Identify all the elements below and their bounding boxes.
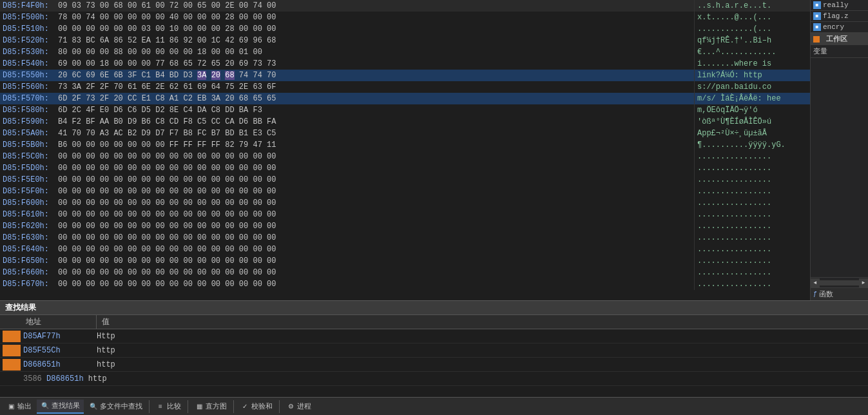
find-color-indicator: [3, 345, 21, 356]
hex-row[interactable]: D85:F630h:00 00 00 00 00 00 00 00 00 00 …: [0, 232, 810, 244]
hex-row[interactable]: D85:F520h:71 83 BC 6A 86 52 EA 11 86 92 …: [0, 35, 810, 46]
toolbar-multi-find-btn[interactable]: 🔍 多文件中查找: [85, 400, 146, 414]
right-panel-spacer: [811, 58, 868, 277]
hex-ascii: App£¬²Ù×÷¸üµ±ãÅ: [694, 128, 810, 139]
hex-addr: D85:F550h:: [0, 70, 58, 81]
hex-bytes: 69 00 00 18 00 00 00 77 68 65 72 65 20 6…: [58, 58, 694, 70]
hex-row[interactable]: D85:F510h:00 00 00 00 00 00 03 00 10 00 …: [0, 23, 810, 35]
toolbar-find-btn[interactable]: 🔍 查找结果: [37, 400, 84, 414]
multi-find-icon: 🔍: [89, 402, 98, 411]
hex-bytes: 00 00 00 00 00 00 00 00 00 00 00 00 00 0…: [58, 174, 694, 186]
checksum-icon: ✓: [240, 402, 249, 411]
hex-addr: D85:F5F0h:: [0, 186, 58, 197]
toolbar-histogram-btn[interactable]: ▦ 直方图: [191, 400, 231, 414]
hex-row[interactable]: D85:F5E0h:00 00 00 00 00 00 00 00 00 00 …: [0, 174, 810, 186]
hex-addr: D85:F580h:: [0, 104, 58, 116]
workspace-icon: [813, 36, 820, 43]
scroll-right-arrow[interactable]: ►: [859, 278, 868, 287]
hex-addr: D85:F560h:: [0, 81, 58, 93]
hex-bytes: 00 00 00 00 00 00 03 00 10 00 00 00 28 0…: [58, 23, 694, 35]
find-row-val: Http: [94, 329, 115, 343]
hex-row[interactable]: D85:F500h:78 00 74 00 00 00 00 00 40 00 …: [0, 12, 810, 23]
hex-ascii: ..s.h.a.r.e...t.: [694, 0, 810, 12]
hex-row[interactable]: D85:F650h:00 00 00 00 00 00 00 00 00 00 …: [0, 255, 810, 267]
hex-ascii: ................: [694, 151, 810, 162]
toolbar-output-btn[interactable]: ▣ 输出: [3, 400, 35, 414]
hex-bytes: B6 00 00 00 00 00 00 00 FF FF FF FF 82 7…: [58, 139, 694, 151]
hex-row[interactable]: D85:F580h:6D 2C 4F E0 D6 C6 D5 D2 8E C4 …: [0, 104, 810, 116]
hex-addr: D85:F590h:: [0, 116, 58, 128]
hex-row[interactable]: D85:F5A0h:41 70 70 A3 AC B2 D9 D7 F7 B8 …: [0, 128, 810, 139]
right-panel-variables[interactable]: 变量: [811, 45, 868, 58]
toolbar-checksum-btn[interactable]: ✓ 校验和: [236, 400, 276, 414]
scroll-left-arrow[interactable]: ◄: [811, 278, 820, 287]
hex-row[interactable]: D85:F550h:20 6C 69 6E 6B 3F C1 B4 BD D3 …: [0, 70, 810, 81]
find-count-addr: D868651h: [46, 372, 84, 386]
hex-ascii: qf¼j†RÊ.†'..Bi–h: [694, 35, 810, 46]
hex-bytes: 00 00 00 00 00 00 00 00 00 00 00 00 00 0…: [58, 255, 694, 267]
col-addr-header: 地址: [0, 315, 97, 329]
hscroll-track: [820, 280, 859, 285]
hex-addr: D85:F510h:: [0, 23, 58, 35]
hex-row[interactable]: D85:F610h:00 00 00 00 00 00 00 00 00 00 …: [0, 209, 810, 220]
right-panel-flagz[interactable]: ■ flag.z: [811, 11, 868, 22]
find-count-val: http: [88, 372, 107, 386]
hex-bytes: 78 00 74 00 00 00 00 00 40 00 00 00 28 0…: [58, 12, 694, 23]
right-panel-functions[interactable]: ƒ 函数: [811, 287, 868, 300]
toolbar-compare-btn[interactable]: ≡ 比较: [152, 400, 185, 414]
find-row-val: http: [94, 358, 115, 372]
hex-bytes: 00 00 00 00 00 00 00 00 00 00 00 00 00 0…: [58, 220, 694, 232]
find-result-row[interactable]: D85AF77hHttp: [0, 329, 868, 343]
find-color-indicator: [3, 359, 21, 371]
hex-row[interactable]: D85:F5F0h:00 00 00 00 00 00 00 00 00 00 …: [0, 186, 810, 197]
top-section: D85:F4F0h:09 03 73 00 68 00 61 00 72 00 …: [0, 0, 868, 300]
hex-bytes: 00 00 00 00 00 00 00 00 00 00 00 00 00 0…: [58, 151, 694, 162]
hex-area: D85:F4F0h:09 03 73 00 68 00 61 00 72 00 …: [0, 0, 810, 300]
hex-content[interactable]: D85:F4F0h:09 03 73 00 68 00 61 00 72 00 …: [0, 0, 810, 300]
hex-row[interactable]: D85:F660h:00 00 00 00 00 00 00 00 00 00 …: [0, 267, 810, 278]
find-results-header: 查找结果: [0, 301, 868, 315]
hex-row[interactable]: D85:F640h:00 00 00 00 00 00 00 00 00 00 …: [0, 244, 810, 255]
hex-row[interactable]: D85:F670h:00 00 00 00 00 00 00 00 00 00 …: [0, 278, 810, 290]
find-label: 查找结果: [52, 401, 80, 410]
hex-ascii: m,ÖEôqÏÄÖ¬ÿ'ó: [694, 104, 810, 116]
hex-row[interactable]: D85:F4F0h:09 03 73 00 68 00 61 00 72 00 …: [0, 0, 810, 12]
toolbar-process-btn[interactable]: ⚙ 进程: [282, 400, 315, 414]
hex-addr: D85:F600h:: [0, 197, 58, 209]
hex-row[interactable]: D85:F530h:80 00 00 00 88 00 00 00 00 00 …: [0, 46, 810, 58]
hex-row[interactable]: D85:F620h:00 00 00 00 00 00 00 00 00 00 …: [0, 220, 810, 232]
right-panel: ■ really ■ flag.z ■ encry 工作区 变量: [810, 0, 868, 300]
hex-addr: D85:F520h:: [0, 35, 58, 46]
toolbar-sep1: [149, 400, 149, 413]
output-icon: ▣: [6, 402, 15, 411]
hex-ascii: ............(...: [694, 23, 810, 35]
find-result-row[interactable]: D868651hhttp: [0, 358, 868, 372]
find-result-row[interactable]: D85F55Chhttp: [0, 343, 868, 358]
hex-ascii: ................: [694, 209, 810, 220]
right-panel-encry[interactable]: ■ encry: [811, 22, 868, 33]
hex-bytes: 71 83 BC 6A 86 52 EA 11 86 92 00 1C 42 6…: [58, 35, 694, 46]
hex-addr: D85:F5E0h:: [0, 174, 58, 186]
hex-row[interactable]: D85:F570h:6D 2F 73 2F 20 CC E1 C8 A1 C2 …: [0, 93, 810, 104]
hex-bytes: 00 00 00 00 00 00 00 00 00 00 00 00 00 0…: [58, 209, 694, 220]
hex-row[interactable]: D85:F590h:B4 F2 BF AA B0 D9 B6 C8 CD F8 …: [0, 116, 810, 128]
hex-addr: D85:F5C0h:: [0, 151, 58, 162]
find-icon: 🔍: [41, 401, 50, 410]
hex-row[interactable]: D85:F600h:00 00 00 00 00 00 00 00 00 00 …: [0, 197, 810, 209]
hex-row[interactable]: D85:F560h:73 3A 2F 2F 70 61 6E 2E 62 61 …: [0, 81, 810, 93]
hex-row[interactable]: D85:F540h:69 00 00 18 00 00 00 77 68 65 …: [0, 58, 810, 70]
hex-bytes: 00 00 00 00 00 00 00 00 00 00 00 00 00 0…: [58, 186, 694, 197]
hex-addr: D85:F5D0h:: [0, 162, 58, 174]
hex-row[interactable]: D85:F5B0h:B6 00 00 00 00 00 00 00 FF FF …: [0, 139, 810, 151]
right-panel-really[interactable]: ■ really: [811, 0, 868, 11]
hex-row[interactable]: D85:F5C0h:00 00 00 00 00 00 00 00 00 00 …: [0, 151, 810, 162]
right-panel-encry-label: encry: [823, 23, 844, 31]
hex-addr: D85:F4F0h:: [0, 0, 58, 12]
hex-row[interactable]: D85:F5D0h:00 00 00 00 00 00 00 00 00 00 …: [0, 162, 810, 174]
main-container: D85:F4F0h:09 03 73 00 68 00 61 00 72 00 …: [0, 0, 868, 415]
hex-bytes: 6D 2C 4F E0 D6 C6 D5 D2 8E C4 DA C8 DD B…: [58, 104, 694, 116]
functions-label: 函数: [819, 289, 833, 299]
find-count-row: 3586 D868651h http: [0, 372, 868, 386]
hex-ascii: ................: [694, 174, 810, 186]
toolbar-sep4: [279, 400, 280, 413]
